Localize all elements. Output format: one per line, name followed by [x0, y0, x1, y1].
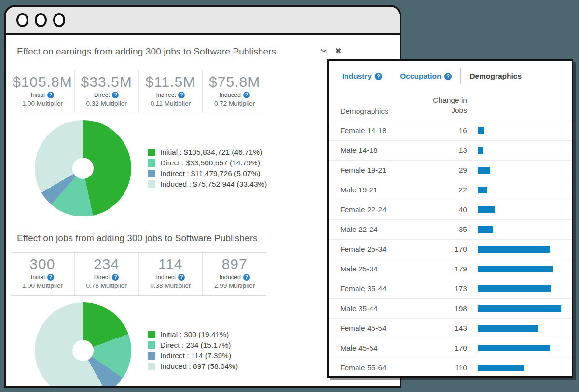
row-value: 173 — [444, 284, 467, 293]
tab-industry[interactable]: Industry ? — [340, 68, 391, 84]
close-icon[interactable]: ✖ — [335, 46, 341, 56]
panel-tabs: Industry ? Occupation ? Demographics ? — [340, 68, 572, 84]
stat-card: 234 Direct ? 0.78 Multiplier — [74, 253, 138, 295]
legend-swatch — [148, 331, 155, 338]
help-icon[interactable]: ? — [112, 274, 119, 281]
stat-label: Induced — [219, 92, 240, 98]
stat-label-row: Initial ? — [11, 92, 74, 98]
table-row: Female 45-54 143 — [329, 319, 572, 338]
row-label: Female 25-34 — [340, 245, 444, 254]
tab-demographics[interactable]: Demographics ? — [460, 68, 530, 84]
stat-label-row: Indirect ? — [139, 92, 203, 98]
legend-label: Initial : 300 (19.41%) — [160, 330, 229, 339]
row-bar — [478, 266, 553, 272]
tab-label: Occupation — [400, 72, 441, 81]
help-icon[interactable]: ? — [178, 274, 185, 281]
legend-swatch — [148, 159, 155, 167]
window-button-2[interactable] — [35, 13, 47, 27]
stat-label-row: Indirect ? — [139, 274, 203, 281]
row-value: 16 — [444, 126, 467, 135]
legend-swatch — [148, 363, 155, 370]
row-label: Male 22-24 — [340, 225, 444, 234]
legend-label: Induced : $75,752,944 (33.43%) — [160, 180, 267, 189]
table-row: Male 45-54 170 — [329, 338, 572, 358]
row-value: 179 — [444, 265, 467, 273]
help-icon[interactable]: ? — [112, 92, 119, 98]
legend-swatch — [148, 341, 155, 349]
earnings-section-title: Effect on earnings from adding 300 jobs … — [17, 45, 400, 58]
row-label: Female 35-44 — [340, 284, 444, 293]
row-bar-area — [478, 187, 561, 193]
row-value: 35 — [444, 225, 467, 234]
stat-value: 114 — [139, 256, 203, 272]
legend-label: Direct : $33,500,557 (14.79%) — [160, 159, 260, 167]
row-bar — [478, 325, 538, 332]
row-label: Male 25-34 — [340, 265, 444, 273]
legend-label: Induced : 897 (58.04%) — [160, 362, 238, 371]
row-bar-area — [478, 345, 561, 351]
stat-multiplier: 0.38 Multiplier — [139, 282, 203, 289]
tab-label: Industry — [342, 72, 372, 81]
row-value: 110 — [444, 364, 467, 372]
table-row: Female 19-21 29 — [329, 161, 572, 180]
row-bar-area — [478, 147, 561, 154]
stat-label: Direct — [94, 92, 110, 98]
row-bar — [478, 285, 551, 292]
earnings-stat-cards: $105.8M Initial ? 1.00 Multiplier $33.5M… — [11, 70, 266, 113]
stat-value: $33.5M — [75, 74, 138, 90]
jobs-donut-chart — [35, 302, 131, 388]
help-icon[interactable]: ? — [444, 73, 452, 80]
table-row: Male 25-34 179 — [329, 259, 572, 279]
row-bar — [478, 365, 524, 371]
legend-item: Initial : $105,834,721 (46.71%) — [148, 147, 267, 158]
table-row: Female 25-34 170 — [329, 240, 572, 259]
table-row: Female 22-24 40 — [329, 200, 572, 220]
stat-multiplier: 0.11 Multiplier — [139, 100, 203, 107]
legend-swatch — [148, 352, 155, 360]
stat-value: $11.5M — [139, 74, 203, 90]
legend-swatch — [148, 180, 155, 188]
tab-label: Demographics — [469, 72, 522, 81]
stat-label-row: Direct ? — [75, 274, 138, 281]
row-value: 13 — [444, 146, 467, 155]
window-button-1[interactable] — [16, 13, 28, 27]
table-row: Male 22-24 35 — [329, 220, 572, 240]
row-bar-area — [478, 167, 561, 174]
window-button-3[interactable] — [53, 13, 65, 27]
row-label: Male 35-44 — [340, 304, 444, 313]
table-row: Male 14-18 13 — [329, 141, 572, 161]
cut-icon[interactable]: ✂ — [320, 46, 327, 56]
legend-item: Direct : $33,500,557 (14.79%) — [148, 158, 267, 168]
row-bar-area — [478, 246, 561, 253]
stat-value: 300 — [11, 256, 74, 272]
row-bar — [478, 246, 550, 253]
row-label: Female 55-64 — [340, 364, 444, 372]
stat-value: 234 — [75, 256, 138, 272]
stat-value: $75.8M — [203, 74, 266, 90]
stat-label-row: Induced ? — [203, 274, 266, 281]
table-header: Demographics Change in Jobs — [329, 95, 572, 121]
legend-item: Indirect : 114 (7.39%) — [148, 351, 238, 361]
stat-card: $75.8M Induced ? 0.72 Multiplier — [202, 70, 266, 113]
row-bar-area — [478, 285, 561, 292]
tab-occupation[interactable]: Occupation ? — [391, 68, 460, 84]
row-value: 143 — [444, 324, 467, 333]
help-icon[interactable]: ? — [243, 274, 250, 281]
help-icon[interactable]: ? — [243, 92, 250, 98]
legend-label: Initial : $105,834,721 (46.71%) — [160, 148, 262, 157]
table-row: Female 14-18 16 — [329, 121, 572, 141]
legend-item: Induced : 897 (58.04%) — [148, 361, 238, 372]
help-icon[interactable]: ? — [178, 92, 185, 98]
help-icon[interactable]: ? — [47, 274, 54, 281]
legend-item: Direct : 234 (15.17%) — [148, 340, 238, 351]
table-row: Male 19-21 22 — [329, 180, 572, 200]
stat-label-row: Direct ? — [75, 92, 138, 98]
help-icon[interactable]: ? — [47, 92, 54, 98]
row-value: 170 — [444, 344, 467, 352]
help-icon[interactable]: ? — [375, 73, 382, 80]
legend-swatch — [148, 170, 155, 177]
row-value: 198 — [444, 304, 467, 313]
table-row: Male 35-44 198 — [329, 299, 572, 319]
row-label: Female 45-54 — [340, 324, 444, 333]
row-bar — [478, 147, 483, 154]
